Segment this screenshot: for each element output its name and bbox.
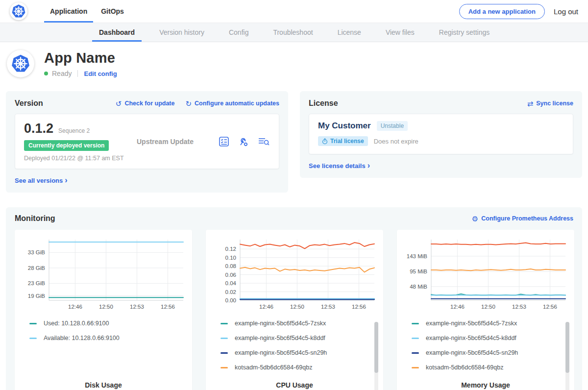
legend-swatch bbox=[412, 352, 419, 354]
version-actions bbox=[218, 136, 270, 147]
legend-label: Used: 10.128.0.66:9100 bbox=[44, 320, 109, 327]
edit-config-wrench-icon[interactable] bbox=[238, 136, 249, 147]
svg-text:12:46: 12:46 bbox=[68, 304, 82, 310]
svg-text:0.06: 0.06 bbox=[225, 272, 236, 278]
logout-button[interactable]: Log out bbox=[554, 7, 578, 16]
refresh-icon: ↺ bbox=[116, 100, 122, 107]
charts-row: 12:4612:5012:5312:5619 GiB23 GiB28 GiB33… bbox=[15, 230, 573, 390]
schedule-refresh-icon: ↻ bbox=[185, 100, 192, 107]
tab-license[interactable]: License bbox=[331, 23, 368, 42]
edit-config-link[interactable]: Edit config bbox=[84, 70, 117, 77]
legend-swatch bbox=[220, 367, 228, 368]
license-detail-card: My Customer Unstable Trial license Does … bbox=[309, 114, 573, 154]
svg-text:12:53: 12:53 bbox=[130, 304, 144, 310]
deployed-version-badge: Currently deployed version bbox=[24, 140, 109, 151]
legend-scrollbar-thumb[interactable] bbox=[565, 322, 569, 373]
chevron-right-icon: › bbox=[368, 161, 370, 170]
line-chart-svg: 12:4612:5012:5312:5648 MiB95 MiB143 MiB bbox=[403, 235, 568, 312]
preflight-checks-icon[interactable] bbox=[218, 136, 230, 147]
tab-license-label: License bbox=[338, 28, 361, 36]
svg-text:95 MiB: 95 MiB bbox=[410, 268, 427, 274]
check-for-update-link[interactable]: ↺ Check for update bbox=[116, 100, 175, 107]
customer-name: My Customer bbox=[318, 121, 371, 131]
disk-usage-plot: 12:4612:5012:5312:5619 GiB23 GiB28 GiB33… bbox=[21, 235, 186, 314]
sync-license-label: Sync license bbox=[536, 100, 573, 107]
kubernetes-logo[interactable] bbox=[10, 2, 27, 20]
tab-gitops[interactable]: GitOps bbox=[94, 0, 131, 23]
monitoring-section: Monitoring ⚙ Configure Prometheus Addres… bbox=[6, 207, 582, 390]
tab-view-files-label: View files bbox=[386, 28, 415, 36]
tab-application-label: Application bbox=[50, 7, 87, 15]
see-license-details-label: See license details bbox=[309, 162, 366, 170]
disk-usage-legend: Used: 10.128.0.66:9100Available: 10.128.… bbox=[21, 320, 186, 381]
see-all-versions-link[interactable]: See all versions › bbox=[15, 176, 68, 185]
legend-item[interactable]: example-nginx-5bc6f5d4c5-k8ddf bbox=[412, 335, 568, 341]
divider bbox=[77, 70, 78, 77]
tab-version-history-label: Version history bbox=[159, 28, 204, 36]
legend-scrollbar-thumb[interactable] bbox=[374, 322, 378, 373]
tab-view-files[interactable]: View files bbox=[379, 23, 421, 42]
svg-text:48 MiB: 48 MiB bbox=[410, 284, 427, 290]
tab-troubleshoot[interactable]: Troubleshoot bbox=[266, 23, 319, 42]
svg-text:12:56: 12:56 bbox=[161, 304, 175, 310]
license-expiry: Does not expire bbox=[374, 138, 418, 145]
legend-item[interactable]: example-nginx-5bc6f5d4c5-sn29h bbox=[220, 349, 377, 356]
summary-cards-row: Version ↺ Check for update ↻ Configure a… bbox=[0, 86, 588, 193]
version-card: Version ↺ Check for update ↻ Configure a… bbox=[6, 91, 288, 193]
legend-swatch bbox=[29, 338, 37, 339]
svg-text:0.00: 0.00 bbox=[225, 297, 236, 303]
view-logs-icon[interactable] bbox=[257, 136, 270, 147]
legend-item[interactable]: example-nginx-5bc6f5d4c5-7zskx bbox=[412, 320, 568, 327]
add-application-button[interactable]: Add a new application bbox=[459, 4, 545, 19]
chart-title: CPU Usage bbox=[212, 381, 377, 390]
svg-text:12:53: 12:53 bbox=[512, 304, 526, 310]
app-avatar bbox=[7, 50, 34, 77]
legend-item[interactable]: example-nginx-5bc6f5d4c5-k8ddf bbox=[220, 335, 377, 341]
tab-dashboard[interactable]: Dashboard bbox=[92, 23, 142, 42]
version-card-title: Version bbox=[15, 99, 43, 108]
sync-arrows-icon: ⇄ bbox=[527, 100, 534, 107]
tab-config[interactable]: Config bbox=[222, 23, 255, 42]
svg-text:0.02: 0.02 bbox=[225, 289, 236, 295]
tab-gitops-label: GitOps bbox=[101, 7, 124, 15]
legend-item[interactable]: kotsadm-5db6dc6584-69qbz bbox=[220, 364, 377, 371]
svg-text:12:56: 12:56 bbox=[352, 304, 366, 310]
legend-label: example-nginx-5bc6f5d4c5-k8ddf bbox=[426, 335, 516, 341]
tab-registry-settings-label: Registry settings bbox=[439, 28, 490, 36]
legend-swatch bbox=[220, 352, 228, 354]
chevron-right-icon: › bbox=[65, 176, 67, 185]
tab-troubleshoot-label: Troubleshoot bbox=[273, 28, 313, 36]
status-text: Ready bbox=[52, 70, 72, 77]
svg-text:12:56: 12:56 bbox=[543, 304, 557, 310]
license-card-title: License bbox=[309, 99, 338, 108]
legend-item[interactable]: Available: 10.128.0.66:9100 bbox=[29, 335, 186, 341]
current-version-card: 0.1.2 Sequence 2 Currently deployed vers… bbox=[15, 114, 279, 169]
legend-swatch bbox=[220, 338, 228, 339]
top-nav-tabs: Application GitOps bbox=[43, 0, 131, 23]
app-sub-nav: Dashboard Version history Config Trouble… bbox=[0, 23, 588, 42]
ready-status-dot bbox=[44, 72, 48, 75]
legend-label: kotsadm-5db6dc6584-69qbz bbox=[426, 364, 503, 371]
svg-text:0.04: 0.04 bbox=[225, 280, 237, 286]
legend-label: Available: 10.128.0.66:9100 bbox=[44, 335, 120, 341]
legend-item[interactable]: example-nginx-5bc6f5d4c5-7zskx bbox=[220, 320, 377, 327]
legend-item[interactable]: kotsadm-5db6dc6584-69qbz bbox=[412, 364, 568, 371]
sync-license-link[interactable]: ⇄ Sync license bbox=[527, 100, 573, 107]
line-chart-svg: 12:4612:5012:5312:5619 GiB23 GiB28 GiB33… bbox=[21, 235, 186, 312]
tab-registry-settings[interactable]: Registry settings bbox=[432, 23, 496, 42]
check-for-update-label: Check for update bbox=[124, 100, 174, 107]
deployed-timestamp: Deployed 01/21/22 @ 11:57 am EST bbox=[24, 155, 137, 162]
legend-item[interactable]: Used: 10.128.0.66:9100 bbox=[29, 320, 186, 327]
legend-label: example-nginx-5bc6f5d4c5-k8ddf bbox=[235, 335, 325, 341]
configure-automatic-updates-link[interactable]: ↻ Configure automatic updates bbox=[185, 100, 279, 107]
channel-badge: Unstable bbox=[377, 121, 408, 131]
see-license-details-link[interactable]: See license details › bbox=[309, 161, 370, 170]
stopwatch-icon bbox=[322, 138, 328, 145]
tab-application[interactable]: Application bbox=[43, 0, 94, 23]
cpu-usage-legend: example-nginx-5bc6f5d4c5-7zskxexample-ng… bbox=[212, 320, 377, 381]
tab-version-history[interactable]: Version history bbox=[152, 23, 211, 42]
configure-automatic-updates-label: Configure automatic updates bbox=[195, 100, 279, 107]
legend-item[interactable]: example-nginx-5bc6f5d4c5-sn29h bbox=[412, 349, 568, 356]
configure-prometheus-link[interactable]: ⚙ Configure Prometheus Address bbox=[472, 215, 573, 222]
legend-label: kotsadm-5db6dc6584-69qbz bbox=[235, 364, 312, 371]
